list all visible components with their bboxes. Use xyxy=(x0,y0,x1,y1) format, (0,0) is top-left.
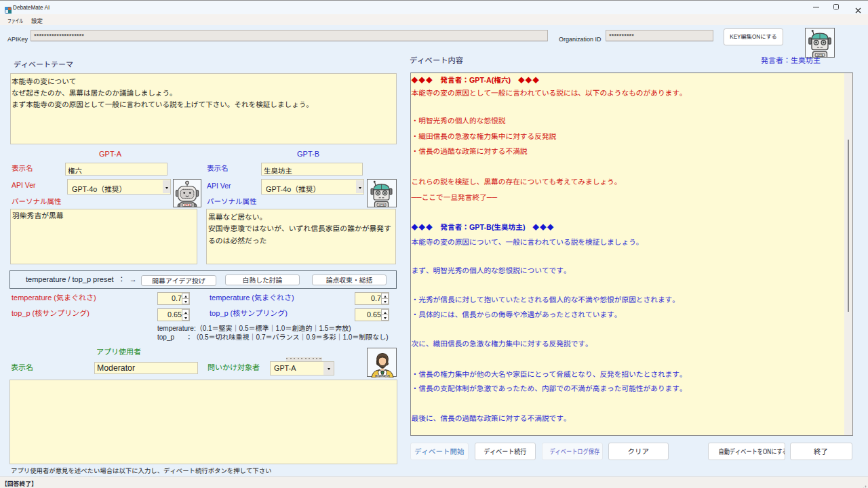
svg-text:GPT-A: GPT-A xyxy=(184,204,191,207)
svg-text:GPTB: GPTB xyxy=(378,204,385,207)
svg-text:MODERATOR: MODERATOR xyxy=(375,375,390,378)
